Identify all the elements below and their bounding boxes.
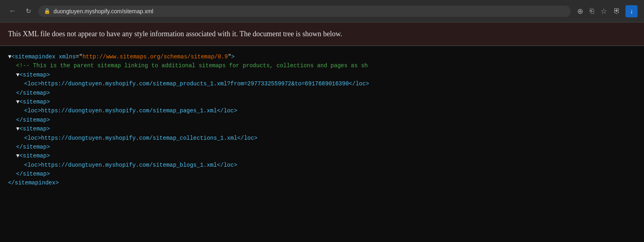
- browser-chrome: ← ↻ 🔒 duongtuyen.myshopify.com/sitemap.x…: [0, 0, 644, 23]
- sitemap4-close: </sitemap>: [8, 170, 636, 178]
- share-icon[interactable]: ⎗: [588, 5, 596, 17]
- comment-line: <!-- This is the parent sitemap linking …: [8, 61, 636, 70]
- reload-button[interactable]: ↻: [23, 6, 33, 17]
- toolbar-icons: ⊕ ⎗ ☆ ⛨ ↓: [576, 5, 638, 17]
- root-open-line: ▼<sitemapindex xmlns="http://www.sitemap…: [8, 52, 636, 61]
- back-button[interactable]: ←: [6, 5, 19, 17]
- sitemap4-loc: <loc>https://duongtuyen.myshopify.com/si…: [8, 161, 636, 170]
- sitemap2-open: ▼<sitemap>: [8, 97, 636, 106]
- xml-content: ▼<sitemapindex xmlns="http://www.sitemap…: [0, 46, 644, 194]
- address-bar[interactable]: 🔒 duongtuyen.myshopify.com/sitemap.xml: [38, 6, 571, 17]
- sitemap2-loc: <loc>https://duongtuyen.myshopify.com/si…: [8, 106, 636, 115]
- info-banner-text: This XML file does not appear to have an…: [8, 30, 342, 38]
- sitemap3-close: </sitemap>: [8, 143, 636, 151]
- sitemap3-loc: <loc>https://duongtuyen.myshopify.com/si…: [8, 134, 636, 143]
- download-icon[interactable]: ↓: [625, 5, 638, 17]
- lock-icon: 🔒: [44, 8, 50, 14]
- zoom-icon[interactable]: ⊕: [576, 5, 585, 17]
- star-icon[interactable]: ☆: [599, 5, 609, 17]
- sitemap1-loc: <loc>https://duongtuyen.myshopify.com/si…: [8, 79, 636, 88]
- sitemap3-open: ▼<sitemap>: [8, 124, 636, 133]
- url-text: duongtuyen.myshopify.com/sitemap.xml: [54, 8, 565, 14]
- sitemap1-close: </sitemap>: [8, 89, 636, 97]
- root-close-line: </sitemapindex>: [8, 178, 636, 187]
- sitemap1-open: ▼<sitemap>: [8, 70, 636, 79]
- sitemap4-open: ▼<sitemap>: [8, 151, 636, 160]
- sitemap2-close: </sitemap>: [8, 116, 636, 124]
- page-content: This XML file does not appear to have an…: [0, 23, 644, 242]
- shield-icon[interactable]: ⛨: [612, 5, 622, 17]
- info-banner: This XML file does not appear to have an…: [0, 23, 644, 46]
